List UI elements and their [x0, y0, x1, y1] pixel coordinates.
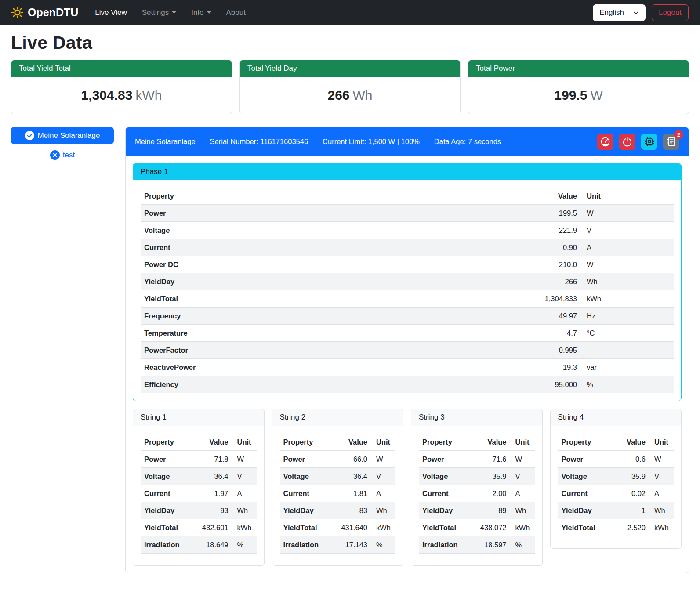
- device-info-button[interactable]: [641, 134, 657, 150]
- property-cell: Irradiation: [141, 536, 190, 554]
- nav-item-info[interactable]: Info: [191, 8, 211, 17]
- property-cell: Power: [558, 451, 607, 468]
- value-cell: 66.0: [329, 451, 371, 468]
- table-row: YieldTotal431.640kWh: [280, 519, 396, 536]
- cpu-chip-icon: [644, 137, 654, 147]
- x-circle-icon: [50, 150, 60, 160]
- unit-cell: A: [649, 485, 674, 502]
- power-button[interactable]: [619, 134, 635, 150]
- string-body: Property Value Unit Power71.8WVoltage36.…: [133, 426, 264, 565]
- chevron-down-icon: [633, 10, 639, 16]
- unit-cell: W: [371, 451, 395, 468]
- property-cell: Current: [558, 485, 607, 502]
- phase-body: Property Value Unit Power199.5WVoltage22…: [133, 180, 681, 401]
- property-cell: Current: [141, 239, 515, 256]
- value-cell: 0.6: [607, 451, 649, 468]
- card-body: 1,304.83kWh: [11, 77, 232, 114]
- table-row: Efficiency95.000%: [141, 376, 674, 393]
- chevron-down-icon: [172, 11, 176, 14]
- property-cell: YieldDay: [141, 273, 515, 290]
- unit-cell: V: [232, 468, 257, 485]
- nav-item-settings[interactable]: Settings: [142, 8, 176, 17]
- value-cell: 71.6: [468, 451, 510, 468]
- col-value: Value: [607, 434, 649, 451]
- unit-cell: V: [371, 468, 395, 485]
- unit-cell: W: [232, 451, 257, 468]
- inverter-item-test[interactable]: test: [11, 150, 114, 160]
- unit-cell: W: [510, 451, 535, 468]
- inverter-card-header: Meine Solaranlage Serial Number: 1161716…: [126, 127, 689, 156]
- unit-cell: A: [580, 239, 674, 256]
- col-unit: Unit: [580, 188, 674, 205]
- property-cell: Efficiency: [141, 376, 515, 393]
- table-row: Current1.81A: [280, 485, 396, 502]
- unit-cell: V: [580, 222, 674, 239]
- card-value: 1,304.83: [81, 88, 133, 102]
- limit-settings-button[interactable]: [597, 134, 613, 150]
- unit-cell: %: [580, 376, 674, 393]
- selected-inverter-button[interactable]: Meine Solaranlage: [11, 127, 114, 144]
- string-title: String 2: [272, 409, 403, 426]
- table-row: Irradiation18.649%: [141, 536, 257, 554]
- logout-button[interactable]: Logout: [652, 4, 689, 21]
- nav-item-about[interactable]: About: [226, 8, 246, 17]
- value-cell: 2.00: [468, 485, 510, 502]
- table-head: Property Value Unit: [280, 434, 396, 451]
- nav-item-label: Info: [191, 8, 203, 17]
- card-unit: W: [590, 88, 602, 102]
- total-yield-total-card: Total Yield Total 1,304.83kWh: [11, 60, 232, 114]
- property-cell: YieldDay: [419, 502, 468, 519]
- property-cell: Frequency: [141, 308, 515, 325]
- value-cell: 35.9: [468, 468, 510, 485]
- string-body: Property Value Unit Power66.0WVoltage36.…: [272, 426, 403, 565]
- event-log-button[interactable]: 2: [663, 134, 679, 150]
- table-row: Irradiation18.597%: [419, 536, 535, 554]
- col-property: Property: [141, 188, 515, 205]
- sun-icon: [11, 7, 23, 18]
- property-cell: Power: [419, 451, 468, 468]
- property-cell: YieldTotal: [141, 519, 190, 536]
- unit-cell: kWh: [510, 519, 535, 536]
- page-title: Live Data: [11, 33, 689, 53]
- language-select[interactable]: English: [593, 4, 646, 21]
- value-cell: 1,304.833: [515, 290, 580, 308]
- table-header-row: Property Value Unit: [419, 434, 535, 451]
- value-cell: 438.072: [468, 519, 510, 536]
- property-cell: Irradiation: [280, 536, 329, 554]
- value-cell: 18.597: [468, 536, 510, 554]
- card-value: 266: [327, 88, 349, 102]
- property-cell: Irradiation: [419, 536, 468, 554]
- table-row: Voltage35.9V: [558, 468, 674, 485]
- table-row: PowerFactor0.995: [141, 342, 674, 359]
- table-row: ReactivePower19.3var: [141, 359, 674, 376]
- value-cell: 17.143: [329, 536, 371, 554]
- nav-item-label: About: [226, 8, 246, 17]
- property-cell: Current: [141, 485, 190, 502]
- inverter-actions: 2: [597, 134, 679, 150]
- nav-item-live-view[interactable]: Live View: [95, 8, 127, 17]
- property-cell: Voltage: [419, 468, 468, 485]
- table-row: Voltage35.9V: [419, 468, 535, 485]
- journal-text-icon: [666, 137, 676, 147]
- table-body: Power0.6WVoltage35.9VCurrent0.02AYieldDa…: [558, 451, 674, 536]
- total-power-card: Total Power 199.5W: [468, 60, 689, 114]
- property-cell: Voltage: [280, 468, 329, 485]
- table-row: Power71.8W: [141, 451, 257, 468]
- nav-item-label: Live View: [95, 8, 127, 17]
- table-head: Property Value Unit: [558, 434, 674, 451]
- col-unit: Unit: [510, 434, 535, 451]
- property-cell: Voltage: [558, 468, 607, 485]
- table-row: Current0.90A: [141, 239, 674, 256]
- table-head: Property Value Unit: [141, 434, 257, 451]
- unit-cell: [580, 342, 674, 359]
- brand-link[interactable]: OpenDTU: [11, 6, 78, 19]
- property-cell: Power: [280, 451, 329, 468]
- col-property: Property: [280, 434, 329, 451]
- unit-cell: Wh: [232, 502, 257, 519]
- table-row: Current0.02A: [558, 485, 674, 502]
- unit-cell: V: [510, 468, 535, 485]
- property-cell: Current: [419, 485, 468, 502]
- inverter-card-body: Phase 1 Property Value Unit Power199.5WV…: [126, 156, 689, 573]
- table-header-row: Property Value Unit: [280, 434, 396, 451]
- unit-cell: W: [580, 205, 674, 222]
